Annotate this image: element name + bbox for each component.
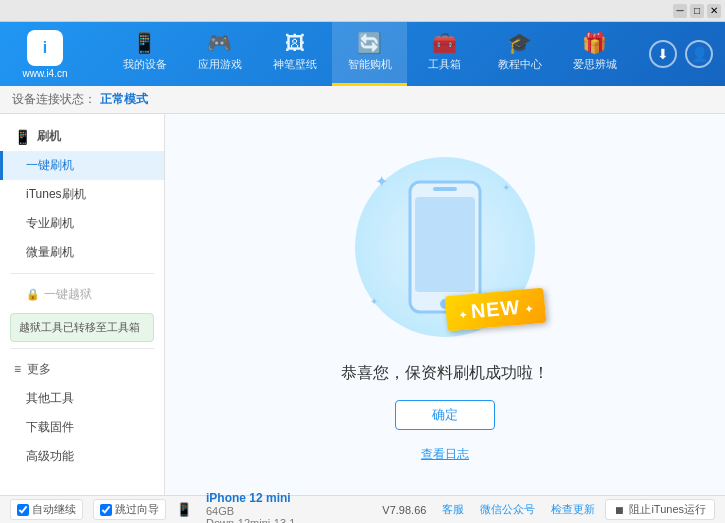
auto-next-check-container: 自动继续 — [10, 499, 83, 520]
sidebar-other-tools[interactable]: 其他工具 — [0, 384, 164, 413]
wechat-link[interactable]: 微信公众号 — [480, 502, 535, 517]
wallpaper-icon: 🖼 — [285, 33, 305, 53]
apps-games-icon: 🎮 — [207, 33, 232, 53]
flash-group-label: 📱 刷机 — [0, 122, 164, 151]
sidebar-data-flash[interactable]: 微量刷机 — [0, 238, 164, 267]
nav-wallpaper[interactable]: 🖼 神笔壁纸 — [257, 22, 332, 86]
bottom-right: V7.98.66 客服 微信公众号 检查更新 — [382, 502, 595, 517]
device-name: iPhone 12 mini — [206, 491, 295, 505]
skip-wizard-label: 跳过向导 — [115, 502, 159, 517]
nav-right-actions: ⬇ 👤 — [649, 40, 725, 68]
status-value: 正常模式 — [100, 91, 148, 108]
logo-site: www.i4.cn — [22, 68, 67, 79]
main-layout: 📱 刷机 一键刷机 iTunes刷机 专业刷机 微量刷机 🔒 一键越狱 越狱工具… — [0, 114, 725, 495]
more-group-text: 更多 — [27, 361, 51, 378]
success-text: 恭喜您，保资料刷机成功啦！ — [341, 363, 549, 384]
nav-toolbox-label: 工具箱 — [428, 57, 461, 72]
sparkle-2: ✦ — [502, 182, 510, 193]
device-storage: 64GB — [206, 505, 295, 517]
close-button[interactable]: ✕ — [707, 4, 721, 18]
nav-smart-shop[interactable]: 🔄 智能购机 — [332, 22, 407, 86]
my-device-icon: 📱 — [132, 33, 157, 53]
sidebar: 📱 刷机 一键刷机 iTunes刷机 专业刷机 微量刷机 🔒 一键越狱 越狱工具… — [0, 114, 165, 495]
smart-shop-icon: 🔄 — [357, 33, 382, 53]
logo[interactable]: i www.i4.cn — [0, 30, 90, 79]
nav-wallpaper-label: 神笔壁纸 — [273, 57, 317, 72]
nav-apps-games[interactable]: 🎮 应用游戏 — [182, 22, 257, 86]
maximize-button[interactable]: □ — [690, 4, 704, 18]
confirm-button[interactable]: 确定 — [395, 400, 495, 430]
nav-my-device-label: 我的设备 — [123, 57, 167, 72]
log-link[interactable]: 查看日志 — [421, 446, 469, 463]
nav-apps-games-label: 应用游戏 — [198, 57, 242, 72]
sidebar-divider-2 — [10, 348, 154, 349]
bottom-bar: 自动继续 跳过向导 📱 iPhone 12 mini 64GB Down-12m… — [0, 495, 725, 523]
toolbox-icon: 🧰 — [432, 33, 457, 53]
stop-itunes-label: 阻止iTunes运行 — [629, 502, 706, 517]
stop-itunes-button[interactable]: ⏹ 阻止iTunes运行 — [605, 499, 715, 520]
status-label: 设备连接状态： — [12, 91, 96, 108]
gift-shop-icon: 🎁 — [582, 33, 607, 53]
device-info: iPhone 12 mini 64GB Down-12mini-13,1 — [206, 491, 295, 524]
update-link[interactable]: 检查更新 — [551, 502, 595, 517]
support-link[interactable]: 客服 — [442, 502, 464, 517]
download-button[interactable]: ⬇ — [649, 40, 677, 68]
sidebar-itunes-flash[interactable]: iTunes刷机 — [0, 180, 164, 209]
sparkle-3: ✦ — [370, 296, 378, 307]
nav-gift-shop-label: 爱思辨城 — [573, 57, 617, 72]
content-area: ✦ ✦ ✦ NEW 恭喜您，保资料刷机成功啦！ — [165, 114, 725, 495]
sidebar-one-click-flash[interactable]: 一键刷机 — [0, 151, 164, 180]
top-nav: i www.i4.cn 📱 我的设备 🎮 应用游戏 🖼 神笔壁纸 🔄 智能购机 … — [0, 22, 725, 86]
nav-tutorial-label: 教程中心 — [498, 57, 542, 72]
status-bar: 设备连接状态： 正常模式 — [0, 86, 725, 114]
sidebar-jailbreak: 🔒 一键越狱 — [0, 280, 164, 309]
nav-my-device[interactable]: 📱 我的设备 — [107, 22, 182, 86]
nav-gift-shop[interactable]: 🎁 爱思辨城 — [557, 22, 632, 86]
device-model: Down-12mini-13,1 — [206, 517, 295, 524]
user-button[interactable]: 👤 — [685, 40, 713, 68]
sparkle-1: ✦ — [375, 172, 388, 191]
sidebar-notice: 越狱工具已转移至工具箱 — [10, 313, 154, 342]
sidebar-advanced[interactable]: 高级功能 — [0, 442, 164, 471]
minimize-button[interactable]: ─ — [673, 4, 687, 18]
auto-next-label: 自动继续 — [32, 502, 76, 517]
auto-next-checkbox[interactable] — [17, 504, 29, 516]
nav-tutorial[interactable]: 🎓 教程中心 — [482, 22, 557, 86]
more-group-icon: ≡ — [14, 362, 21, 376]
version-text: V7.98.66 — [382, 504, 426, 516]
logo-icon: i — [27, 30, 63, 66]
skip-wizard-checkbox[interactable] — [100, 504, 112, 516]
stop-itunes-icon: ⏹ — [614, 504, 625, 516]
lock-icon: 🔒 — [26, 288, 40, 301]
sidebar-divider-1 — [10, 273, 154, 274]
phone-illustration: ✦ ✦ ✦ NEW — [335, 147, 555, 347]
title-bar: ─ □ ✕ — [0, 0, 725, 22]
skip-wizard-check-container: 跳过向导 — [93, 499, 166, 520]
nav-items: 📱 我的设备 🎮 应用游戏 🖼 神笔壁纸 🔄 智能购机 🧰 工具箱 🎓 教程中心… — [90, 22, 649, 86]
sidebar-download-firmware[interactable]: 下载固件 — [0, 413, 164, 442]
flash-group-icon: 📱 — [14, 129, 31, 145]
svg-rect-1 — [415, 197, 475, 292]
nav-smart-shop-label: 智能购机 — [348, 57, 392, 72]
sidebar-pro-flash[interactable]: 专业刷机 — [0, 209, 164, 238]
device-phone-icon: 📱 — [176, 502, 192, 517]
svg-rect-3 — [433, 187, 457, 191]
nav-toolbox[interactable]: 🧰 工具箱 — [407, 22, 482, 86]
tutorial-icon: 🎓 — [507, 33, 532, 53]
more-group-label: ≡ 更多 — [0, 355, 164, 384]
flash-group-text: 刷机 — [37, 128, 61, 145]
